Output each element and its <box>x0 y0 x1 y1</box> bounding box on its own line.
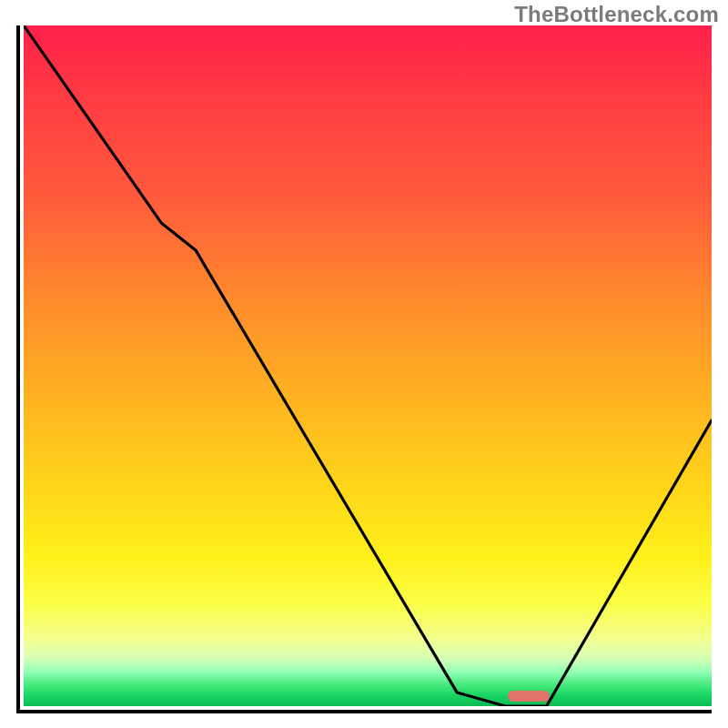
plot-frame <box>16 25 712 713</box>
chart-stage: TheBottleneck.com <box>0 0 728 728</box>
watermark-text: TheBottleneck.com <box>514 2 719 27</box>
optimal-range-marker <box>508 691 550 702</box>
bottleneck-curve <box>24 25 712 706</box>
curve-svg <box>24 25 712 706</box>
